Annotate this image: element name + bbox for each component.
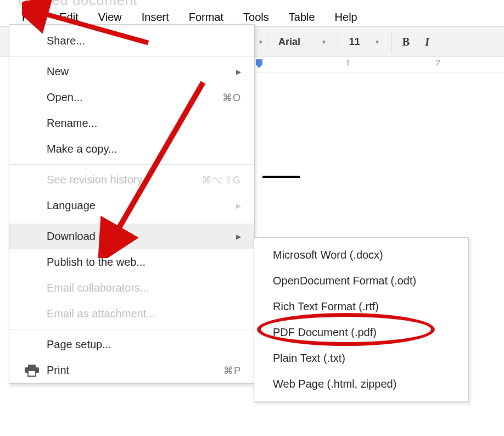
menu-item-label: Email as attachment...: [47, 308, 155, 320]
menu-item-email-collaborators: Email collaborators...: [9, 275, 254, 301]
menu-item-label: See revision history: [47, 174, 143, 186]
menu-item-label: Rename...: [47, 117, 97, 130]
menu-item-label: Download as: [47, 230, 110, 243]
menu-item-label: Page setup...: [47, 338, 111, 351]
submenu-arrow-icon: ▶: [236, 233, 241, 241]
menubar: File Edit View Insert Format Tools Table…: [0, 8, 504, 26]
menu-item-label: New: [47, 65, 69, 78]
toolbar-separator: [391, 32, 391, 52]
menu-item-label: Make a copy...: [47, 143, 117, 155]
menu-item-label: Print: [47, 364, 69, 377]
menu-item-print[interactable]: Print ⌘P: [9, 357, 254, 383]
menu-help[interactable]: Help: [325, 8, 367, 27]
ruler[interactable]: 1 2: [255, 57, 504, 72]
document-title[interactable]: Untitled document: [0, 0, 504, 8]
font-size-selector[interactable]: 11 ▼: [341, 36, 388, 48]
ruler-number: 1: [346, 58, 350, 67]
chevron-down-icon: ▼: [374, 39, 380, 45]
ruler-number: 2: [436, 58, 440, 67]
menu-item-email-attachment: Email as attachment...: [9, 301, 254, 327]
font-size-value: 11: [349, 36, 360, 48]
print-icon: [25, 365, 39, 377]
menu-separator: [9, 56, 254, 57]
menu-item-label: Publish to the web...: [47, 256, 145, 269]
menu-item-revision-history: See revision history ⌘⌥⇧G: [9, 167, 254, 193]
menu-item-download-as[interactable]: Download as ▶: [9, 223, 254, 249]
indent-marker-icon[interactable]: [256, 59, 262, 68]
submenu-item-rtf[interactable]: Rich Text Format (.rtf): [254, 294, 468, 320]
file-dropdown-menu: Share... New ▶ Open... ⌘O Rename... Make…: [9, 24, 255, 384]
font-family-selector[interactable]: Arial ▼: [271, 36, 334, 48]
submenu-item-html[interactable]: Web Page (.html, zipped): [254, 371, 468, 397]
submenu-item-txt[interactable]: Plain Text (.txt): [254, 345, 468, 371]
submenu-item-odt[interactable]: OpenDocument Format (.odt): [254, 268, 468, 294]
menu-item-page-setup[interactable]: Page setup...: [9, 332, 254, 357]
menu-item-rename[interactable]: Rename...: [9, 110, 254, 136]
submenu-arrow-icon: ▶: [236, 68, 241, 76]
menu-separator: [9, 164, 254, 165]
toolbar-separator: [338, 32, 338, 52]
chevron-down-icon: ▼: [321, 39, 327, 45]
menu-item-new[interactable]: New ▶: [9, 59, 254, 85]
menu-item-share[interactable]: Share...: [9, 25, 254, 54]
keyboard-shortcut: ⌘⌥⇧G: [201, 174, 241, 186]
menu-item-label: Open...: [47, 91, 83, 104]
menu-separator: [9, 221, 254, 221]
menu-item-label: Share...: [47, 35, 85, 47]
text-cursor: [262, 176, 300, 178]
menu-item-make-copy[interactable]: Make a copy...: [9, 136, 254, 162]
menu-item-language[interactable]: Language ▶: [9, 193, 254, 219]
keyboard-shortcut: ⌘P: [223, 365, 241, 377]
submenu-arrow-icon: ▶: [236, 202, 241, 210]
keyboard-shortcut: ⌘O: [222, 92, 241, 104]
menu-separator: [9, 329, 254, 329]
menu-item-publish[interactable]: Publish to the web...: [9, 249, 254, 275]
menu-table[interactable]: Table: [279, 8, 325, 27]
font-family-value: Arial: [278, 36, 300, 48]
italic-button[interactable]: I: [417, 36, 437, 48]
menu-item-open[interactable]: Open... ⌘O: [9, 85, 254, 110]
menu-item-label: Language: [47, 199, 96, 212]
toolbar-separator: [267, 32, 267, 52]
download-as-submenu: Microsoft Word (.docx) OpenDocument Form…: [254, 237, 469, 402]
chevron-down-icon[interactable]: ▼: [258, 39, 264, 45]
submenu-item-pdf[interactable]: PDF Document (.pdf): [254, 320, 468, 345]
submenu-item-docx[interactable]: Microsoft Word (.docx): [254, 242, 468, 268]
bold-button[interactable]: B: [395, 36, 417, 48]
menu-item-label: Email collaborators...: [47, 282, 149, 294]
